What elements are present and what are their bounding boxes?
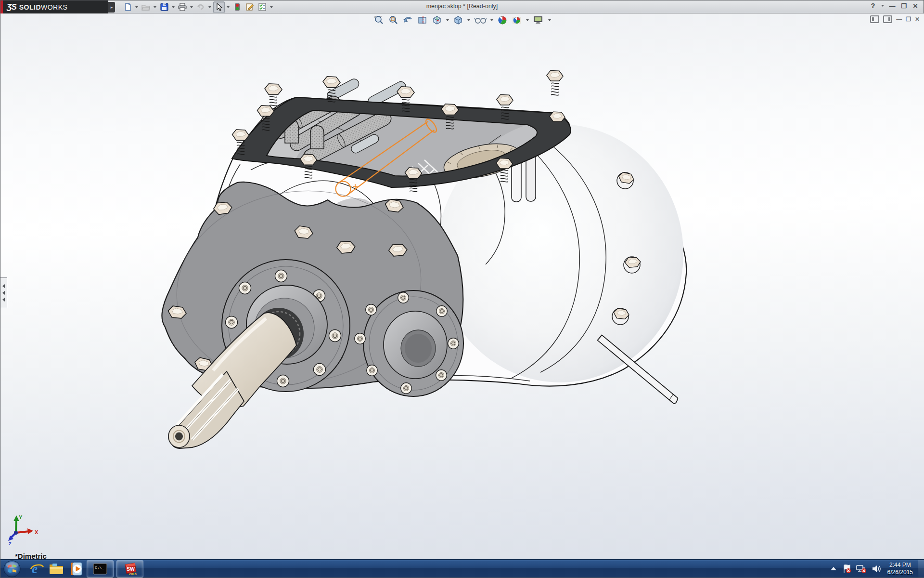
network-status-icon[interactable] [856, 564, 867, 574]
new-document-button[interactable] [122, 1, 133, 13]
taskbar-item-solidworks-2015[interactable]: SW 2015 [116, 560, 143, 578]
chevron-left-icon [2, 291, 5, 295]
windows-taskbar: e [0, 559, 924, 578]
dropdown-caret[interactable] [135, 6, 138, 8]
cmd-icon-label: C:\_ [95, 565, 104, 570]
pane-left-icon[interactable] [870, 15, 879, 23]
dropdown-caret[interactable] [208, 6, 211, 8]
volume-icon[interactable] [872, 564, 881, 574]
window-controls: ? — ❐ ✕ [869, 2, 920, 10]
dropdown-caret[interactable] [548, 19, 551, 21]
action-center-icon[interactable] [842, 564, 851, 574]
solidworks-window: ƷS SOLIDWORKS ▸ [0, 0, 924, 578]
taskbar-item-windows-explorer[interactable] [47, 560, 66, 578]
save-button[interactable] [158, 1, 170, 13]
zoom-to-area-icon[interactable] [387, 14, 400, 26]
section-view-icon[interactable] [416, 14, 429, 26]
system-tray: 2:44 PM 6/26/2015 [828, 560, 924, 578]
dropdown-caret[interactable] [467, 19, 470, 21]
open-document-button[interactable] [140, 1, 152, 13]
tray-clock[interactable]: 2:44 PM 6/26/2015 [887, 562, 913, 576]
performance-evaluation-button[interactable] [231, 1, 243, 13]
zoom-to-fit-icon[interactable] [373, 14, 385, 26]
previous-view-icon[interactable] [402, 14, 414, 26]
document-minimize-button[interactable]: — [896, 16, 902, 23]
close-button[interactable]: ✕ [911, 2, 920, 10]
view-orientation-icon[interactable] [431, 14, 443, 26]
help-button[interactable]: ? [869, 2, 877, 10]
dropdown-caret[interactable] [270, 6, 273, 8]
hide-show-items-icon[interactable] [473, 14, 488, 26]
brand-name: SOLIDWORKS [19, 3, 68, 11]
graphics-area[interactable]: — ❐ ✕ Y X Z *Dimetric [0, 13, 924, 560]
apply-scene-icon[interactable] [511, 14, 523, 26]
dropdown-caret[interactable] [172, 6, 175, 8]
triad-y-label: Y [19, 514, 23, 520]
headsup-view-toolbar [373, 14, 552, 26]
display-style-icon[interactable] [452, 14, 464, 26]
title-bar: ƷS SOLIDWORKS ▸ [0, 0, 924, 13]
orientation-triad: Y X Z [8, 514, 47, 546]
dropdown-caret[interactable] [526, 19, 529, 21]
triad-z-label: Z [9, 541, 12, 546]
dropdown-caret[interactable] [446, 19, 449, 21]
start-button[interactable] [3, 560, 21, 578]
dropdown-caret[interactable] [154, 6, 156, 8]
taskbar-item-media-player[interactable] [66, 560, 85, 578]
help-dropdown-caret[interactable] [881, 5, 884, 7]
taskbar-item-internet-explorer[interactable]: e [27, 560, 47, 578]
sw-icon-year: 2015 [129, 572, 137, 576]
chevron-left-icon [2, 284, 5, 288]
menu-expand-arrow[interactable]: ▸ [108, 2, 115, 13]
view-settings-icon[interactable] [532, 14, 545, 26]
app-icon-sliver [0, 0, 3, 13]
dropdown-caret[interactable] [190, 6, 193, 8]
show-desktop-button[interactable] [918, 560, 924, 578]
window-title: menjac sklop * [Read-only] [426, 3, 498, 10]
dropdown-caret[interactable] [227, 6, 230, 8]
brand-mark: ƷS [7, 2, 16, 12]
restore-button[interactable]: ❐ [899, 2, 908, 10]
gearbox-model[interactable] [0, 13, 924, 560]
properties-button[interactable] [244, 1, 256, 13]
pane-right-icon[interactable] [883, 15, 892, 23]
triad-x-label: X [35, 529, 38, 535]
show-hidden-icons-button[interactable] [830, 566, 837, 571]
taskbar-apps: e [0, 560, 145, 578]
select-tool-button[interactable] [213, 1, 225, 13]
undo-button[interactable] [195, 1, 206, 13]
document-window-controls: — ❐ ✕ [870, 15, 920, 23]
main-toolbar [122, 1, 274, 13]
edit-appearance-icon[interactable] [496, 14, 509, 26]
document-close-button[interactable]: ✕ [915, 16, 920, 23]
clock-time: 2:44 PM [887, 562, 913, 569]
document-restore-button[interactable]: ❐ [906, 16, 911, 23]
sw-icon-label: SW [127, 566, 135, 572]
print-button[interactable] [177, 1, 188, 13]
clock-date: 6/26/2015 [887, 569, 913, 576]
minimize-button[interactable]: — [888, 2, 897, 10]
feature-manager-collapsed-tab[interactable] [0, 277, 7, 308]
svg-text:e: e [32, 562, 38, 576]
solidworks-logo: ƷS SOLIDWORKS [0, 0, 108, 13]
taskbar-item-command-prompt[interactable]: C:\_ [87, 560, 114, 578]
design-checker-button[interactable] [257, 1, 268, 13]
chevron-left-icon [2, 298, 5, 302]
dropdown-caret[interactable] [490, 19, 493, 21]
